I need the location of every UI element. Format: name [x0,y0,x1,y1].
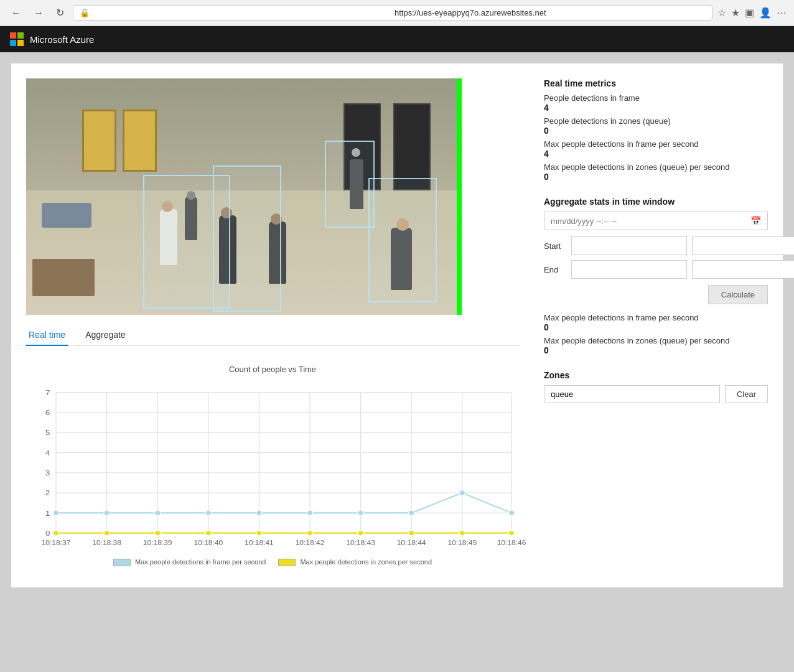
metric-value-1: 0 [544,126,768,136]
legend-frame-box [113,559,131,566]
svg-text:10:18:39: 10:18:39 [143,539,172,546]
chart-svg: 0 1 2 3 4 5 6 7 10:18:37 10:18:38 10:18:… [26,379,519,553]
start-input-2[interactable] [692,236,794,255]
svg-text:2: 2 [45,489,50,497]
metric-value-3: 0 [544,172,768,182]
svg-text:5: 5 [45,429,50,437]
svg-point-57 [408,530,414,536]
browser-chrome: ← → ↻ 🔒 https://ues-eyeappyq7o.azurewebs… [0,0,794,26]
back-button[interactable]: ← [7,6,25,20]
agg-metric-value-0: 0 [544,322,768,332]
start-label: Start [544,241,566,251]
legend-frame-label: Max people detections in frame per secon… [135,558,266,566]
azure-header: Microsoft Azure [0,26,794,52]
left-column: EXIT [26,78,519,572]
refresh-button[interactable]: ↻ [52,6,68,20]
calculate-button[interactable]: Calculate [708,285,768,304]
tab-realtime[interactable]: Real time [26,325,68,346]
svg-text:0: 0 [45,530,50,538]
datetime-input-container[interactable]: 📅 [544,212,768,230]
svg-rect-2 [10,40,16,46]
svg-text:3: 3 [45,469,50,477]
browser-icons: ☆ ★ ▣ 👤 ⋯ [717,7,787,19]
zone-input[interactable] [544,385,720,403]
agg-metric-label-0: Max people detections in frame per secon… [544,313,768,322]
legend-zone-label: Max people detections in zones per secon… [300,558,432,566]
start-row: Start [544,236,768,255]
metric-label-1: People detections in zones (queue) [544,116,768,126]
metric-value-0: 4 [544,103,768,113]
header-title: Microsoft Azure [30,34,94,45]
tabs-container: Real time Aggregate [26,325,519,346]
collections-icon[interactable]: ★ [731,7,740,19]
svg-text:10:18:46: 10:18:46 [497,539,526,546]
chart-title: Count of people vs Time [26,365,519,374]
svg-text:10:18:37: 10:18:37 [42,539,71,546]
chart-area: 0 1 2 3 4 5 6 7 10:18:37 10:18:38 10:18:… [26,379,519,553]
favorites-icon[interactable]: ☆ [717,7,726,19]
svg-text:10:18:38: 10:18:38 [92,539,121,546]
zones-section: Zones Clear [544,370,768,403]
more-icon[interactable]: ⋯ [777,7,787,19]
chart-legend: Max people detections in frame per secon… [26,558,519,566]
svg-point-46 [358,510,364,516]
svg-point-47 [408,510,414,516]
metric-label-3: Max people detections in zones (queue) p… [544,162,768,172]
svg-point-49 [508,510,515,516]
svg-text:6: 6 [45,409,50,417]
svg-point-53 [205,530,212,536]
svg-point-40 [53,510,59,516]
tab-aggregate[interactable]: Aggregate [83,325,128,346]
svg-point-41 [104,510,110,516]
agg-metric-label-1: Max people detections in zones (queue) p… [544,336,768,345]
metric-label-2: Max people detections in frame per secon… [544,139,768,149]
svg-rect-3 [17,40,24,46]
legend-frame: Max people detections in frame per secon… [113,558,266,566]
svg-text:10:18:40: 10:18:40 [194,539,223,546]
end-row: End [544,260,768,279]
svg-rect-0 [10,32,16,39]
svg-rect-1 [17,32,24,39]
svg-text:10:18:42: 10:18:42 [296,539,325,546]
svg-text:10:18:45: 10:18:45 [447,539,477,546]
svg-point-54 [256,530,263,536]
profile-icon[interactable]: 👤 [759,7,772,19]
address-bar[interactable]: 🔒 https://ues-eyeappyq7o.azurewebsites.n… [73,5,712,21]
legend-zone-box [278,559,296,566]
clear-button[interactable]: Clear [725,385,768,403]
svg-text:1: 1 [45,509,50,517]
start-input-1[interactable] [571,236,687,255]
datetime-input[interactable] [551,217,750,226]
svg-point-56 [358,530,364,536]
azure-logo [10,32,24,46]
svg-point-44 [256,510,263,516]
page-content: EXIT [11,63,783,587]
extensions-icon[interactable]: ▣ [745,7,754,19]
metric-label-0: People detections in frame [544,93,768,103]
svg-point-45 [307,510,313,516]
metric-value-2: 4 [544,149,768,159]
agg-metric-value-1: 0 [544,345,768,355]
zones-title: Zones [544,370,768,380]
svg-point-59 [508,530,515,536]
svg-point-43 [205,510,212,516]
svg-point-48 [459,490,465,496]
end-label: End [544,265,566,274]
svg-point-42 [154,510,161,516]
svg-text:10:18:44: 10:18:44 [397,539,426,546]
aggregate-section-title: Aggregate stats in time window [544,197,768,207]
aggregate-section: Aggregate stats in time window 📅 Start E… [544,197,768,355]
end-input-1[interactable] [571,260,687,279]
svg-text:7: 7 [45,388,50,396]
end-input-2[interactable] [692,260,794,279]
realtime-section-title: Real time metrics [544,78,768,88]
svg-point-58 [459,530,465,536]
svg-point-52 [154,530,161,536]
video-feed: EXIT [26,78,462,315]
calendar-icon[interactable]: 📅 [750,216,761,226]
zones-row: Clear [544,385,768,403]
forward-button[interactable]: → [30,6,47,20]
svg-text:4: 4 [45,449,50,457]
svg-point-50 [53,530,59,536]
legend-zone: Max people detections in zones per secon… [278,558,432,566]
